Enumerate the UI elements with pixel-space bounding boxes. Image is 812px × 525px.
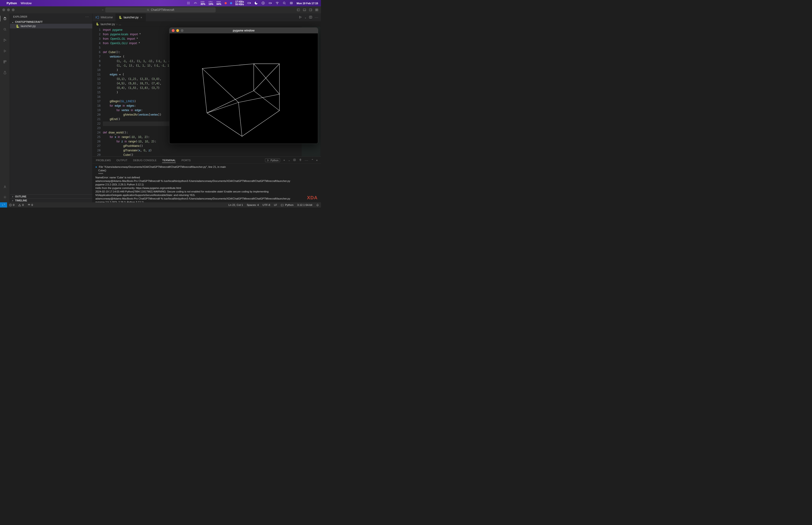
chevron-right-icon: › (11, 199, 14, 202)
explorer-more-icon[interactable]: ··· (86, 15, 89, 18)
battery-icon[interactable] (247, 1, 251, 5)
terminal-kill-icon[interactable] (299, 159, 302, 162)
nav-back-icon[interactable]: ← (101, 8, 105, 12)
app-name[interactable]: Python (6, 1, 17, 5)
chevron-down-icon: ⌄ (11, 21, 14, 23)
pygame-window[interactable]: pygame window (169, 28, 318, 144)
activity-search-icon[interactable] (2, 27, 8, 32)
moon-icon[interactable] (254, 1, 258, 5)
file-launcher-py[interactable]: 🐍 launcher.py (10, 24, 92, 28)
status-spaces[interactable]: Spaces: 4 (245, 204, 261, 207)
svg-point-15 (284, 2, 285, 4)
svg-line-42 (239, 103, 242, 136)
status-warnings[interactable]: 0 (16, 204, 25, 207)
tab-launcher-py[interactable]: 🐍 launcher.py × (116, 13, 146, 21)
svg-point-35 (4, 197, 5, 198)
datetime[interactable]: Mon 19 Feb 17:15 (296, 2, 318, 5)
status-language[interactable]: { }Python (279, 204, 295, 207)
status-ports[interactable]: 0 (26, 204, 35, 207)
pygame-traffic-lights[interactable] (172, 29, 184, 32)
svg-rect-33 (3, 62, 5, 63)
status-interpreter[interactable]: 3.12.1 64-bit (295, 204, 314, 207)
panel-close-icon[interactable]: × (316, 159, 318, 162)
breadcrumb[interactable]: 🐍 launcher.py › ... (93, 21, 321, 27)
svg-point-5 (189, 3, 189, 3)
panel-tab-ports[interactable]: PORTS (181, 159, 190, 162)
breadcrumb-file: launcher.py (101, 22, 115, 26)
wifi-icon[interactable] (275, 1, 279, 5)
tab-close-icon[interactable]: × (140, 16, 143, 19)
activity-bar (0, 13, 10, 202)
svg-rect-17 (290, 3, 293, 4)
remote-indicator[interactable] (0, 202, 7, 208)
status-dot-blue (230, 2, 232, 4)
spotlight-icon[interactable] (282, 1, 286, 5)
grid-icon[interactable] (186, 1, 190, 5)
window-traffic-lights[interactable] (2, 9, 15, 11)
panel-more-icon[interactable]: ··· (305, 159, 308, 162)
activity-account-icon[interactable] (2, 184, 8, 190)
net-stat: 17 KB/s55 KB/s (235, 1, 244, 6)
terminal-new-icon[interactable]: ＋ (283, 159, 286, 162)
layout-left-icon[interactable] (296, 8, 300, 12)
python-file-icon: 🐍 (96, 22, 99, 26)
control-center-icon[interactable] (289, 1, 293, 5)
terminal-output[interactable]: ● File "/Users/adamconway/Documents/XDA/… (93, 164, 321, 202)
status-errors[interactable]: 0 (7, 204, 16, 207)
terminal-split-icon[interactable] (293, 159, 296, 162)
svg-rect-19 (297, 9, 300, 11)
tab-label: Welcome (101, 16, 113, 19)
panel-tab-debug[interactable]: DEBUG CONSOLE (133, 159, 157, 162)
panel-tab-problems[interactable]: PROBLEMS (96, 159, 111, 162)
tab-welcome[interactable]: Welcome (93, 13, 116, 21)
panel-tab-output[interactable]: OUTPUT (117, 159, 127, 162)
status-dot-red (225, 2, 227, 4)
project-root[interactable]: ⌄ CHATGPTMINECRAFT (10, 20, 92, 24)
svg-point-7 (188, 4, 188, 4)
python-file-icon: 🐍 (119, 16, 122, 19)
svg-point-8 (189, 4, 189, 4)
activity-explorer-icon[interactable] (0, 16, 10, 21)
status-eol[interactable]: LF (272, 204, 279, 207)
run-button[interactable] (298, 15, 302, 20)
activity-settings-icon[interactable] (2, 194, 8, 200)
file-name: launcher.py (21, 25, 36, 28)
menu-window[interactable]: Window (21, 1, 31, 5)
status-ln-col[interactable]: Ln 22, Col 1 (227, 204, 245, 207)
editor-more-icon[interactable]: ··· (315, 16, 319, 19)
pygame-titlebar[interactable]: pygame window (169, 28, 318, 33)
svg-rect-26 (4, 18, 6, 20)
status-encoding[interactable]: UTF-8 (261, 204, 272, 207)
vscode-icon (95, 15, 99, 19)
terminal-shell-badge[interactable]: Python (265, 159, 280, 162)
command-center[interactable]: ChatGPTMinecraft (105, 7, 216, 13)
activity-testing-icon[interactable] (2, 70, 8, 75)
split-editor-icon[interactable] (309, 15, 312, 20)
pygame-title: pygame window (233, 29, 255, 32)
breadcrumb-symbol: ... (119, 22, 121, 26)
tab-label: launcher.py (124, 16, 139, 19)
battery-small-icon[interactable] (268, 1, 272, 5)
svg-rect-13 (271, 3, 272, 3)
svg-line-44 (207, 103, 239, 113)
layout-bottom-icon[interactable] (303, 8, 306, 12)
activity-extensions-icon[interactable] (2, 59, 8, 65)
cpu-stat: CPU15% (209, 1, 213, 5)
explorer-sidebar: EXPLORER ··· ⌄ CHATGPTMINECRAFT 🐍 launch… (10, 13, 93, 202)
activity-source-control-icon[interactable] (2, 38, 8, 43)
timeline-section[interactable]: › TIMELINE (10, 198, 92, 202)
activity-run-debug-icon[interactable] (2, 48, 8, 54)
terminal-dropdown-icon[interactable]: ⌄ (288, 159, 290, 162)
panel-maximize-icon[interactable]: ⌃ (311, 159, 313, 162)
line-gutter: 1234567891011121314151617181920212223242… (93, 27, 103, 156)
play-circle-icon[interactable] (261, 1, 265, 5)
outline-section[interactable]: › OUTLINE (10, 194, 92, 198)
panel-tab-terminal[interactable]: TERMINAL (162, 159, 176, 163)
gauge-icon[interactable] (194, 1, 197, 5)
run-dropdown-icon[interactable]: ⌄ (305, 16, 306, 19)
svg-point-28 (4, 39, 4, 40)
project-name: CHATGPTMINECRAFT (15, 20, 43, 23)
layout-right-icon[interactable] (309, 8, 312, 12)
status-notifications-icon[interactable] (314, 204, 321, 207)
layout-grid-icon[interactable] (315, 8, 319, 12)
